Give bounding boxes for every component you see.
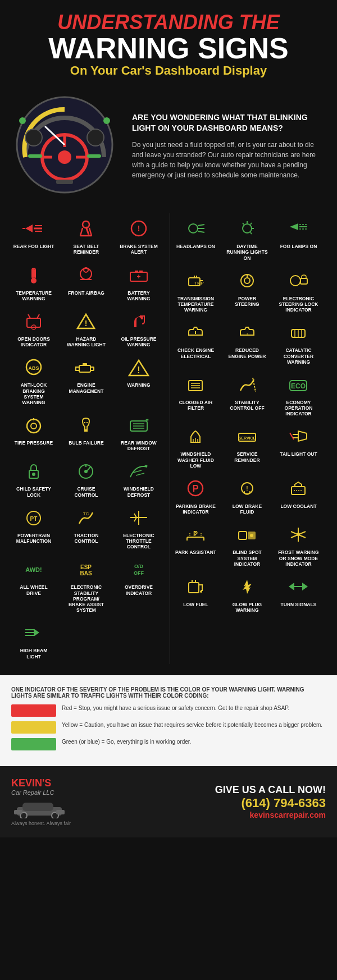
sign-item: !TIRE PRESSURE (11, 410, 56, 454)
sign-icon (125, 309, 153, 334)
legend-items: Red = Stop, you might have a serious iss… (11, 704, 326, 750)
sign-label: TURN SIGNALS (281, 602, 317, 607)
sign-icon: ! (233, 320, 261, 345)
sign-item: BLIND SPOT SYSTEM INDICATOR (225, 519, 270, 570)
sign-icon: ESPBAS (72, 557, 100, 582)
svg-text:!: ! (33, 419, 34, 422)
sign-icon (72, 413, 100, 438)
sign-icon (284, 320, 312, 345)
sign-label: PARK ASSISTANT (175, 549, 216, 555)
sign-icon (181, 216, 210, 241)
legend-intro: ONE INDICATOR OF THE SEVERITY OF THE PRO… (11, 686, 326, 699)
sign-label: CHECK ENGINE ELECTRICAL (174, 347, 217, 359)
svg-rect-7 (87, 154, 101, 158)
sign-label: BATTERY WARNING (117, 290, 160, 301)
sign-icon (181, 320, 210, 345)
sign-item: ECOECONOMY OPERATION INDICATOR (276, 369, 321, 420)
sign-item: DAYTIME RUNNING LIGHTS ON (225, 213, 270, 264)
sign-item: WINDSHIELD DEFROST (116, 456, 161, 500)
footer-cta: GIVE US A CALL NOW! (215, 784, 326, 796)
legend-text: Yellow = Caution, you have an issue that… (62, 721, 322, 729)
sign-label: CATALYTIC CONVERTER WARNING (277, 347, 320, 365)
sign-label: ALL WHEEL DRIVE (12, 584, 55, 596)
sign-icon: ! (125, 355, 153, 380)
sign-row: HIGH BEAM LIGHT (11, 617, 167, 662)
sign-label: STABILITY CONTROL OFF (226, 400, 268, 411)
sign-item: TMPTRANSMISSION TEMPERATURE WARNING (173, 265, 218, 316)
sign-item: SERVICESERVICE REMINDER (225, 421, 270, 471)
svg-text:BAS: BAS (80, 570, 92, 576)
sign-row: HEADLAMPS ONDAYTIME RUNNING LIGHTS ONFOG… (173, 213, 326, 264)
brand-subtitle: Car Repair LLC (11, 789, 71, 796)
header-line3: On Your Car's Dashboard Display (6, 63, 331, 79)
sign-item: CRUISE CONTROL (63, 456, 108, 500)
sign-label: LOW BRAKE FLUID (226, 503, 268, 515)
svg-text:PT: PT (30, 516, 38, 522)
svg-point-147 (200, 590, 202, 593)
signs-wrapper: REAR FOG LIGHTSEAT BELT REMINDER!BRAKE S… (6, 210, 331, 667)
sign-row: AWD!ALL WHEEL DRIVEESPBASELECTRONIC STAB… (11, 554, 167, 616)
sign-icon (181, 574, 210, 599)
svg-marker-150 (302, 583, 308, 590)
sign-label: REDUCED ENGINE POWER (226, 347, 268, 359)
sign-label: TRANSMISSION TEMPERATURE WARNING (174, 296, 217, 313)
sign-icon: ABS (20, 355, 48, 380)
sign-icon: + (125, 263, 153, 288)
sign-item: !LOW BRAKE FLUID (225, 473, 270, 518)
sign-icon (284, 424, 312, 449)
sign-item: AWD!ALL WHEEL DRIVE (11, 554, 56, 616)
sign-label: ELECTRONIC STEERING LOCK INDICATOR (277, 296, 320, 313)
sign-icon (284, 574, 312, 599)
svg-point-28 (80, 268, 92, 280)
sign-label: SEAT BELT REMINDER (65, 244, 107, 255)
svg-text:!: ! (137, 365, 140, 375)
svg-line-84 (198, 231, 204, 232)
svg-point-139 (250, 534, 253, 537)
svg-rect-144 (189, 583, 199, 593)
svg-point-26 (31, 278, 37, 283)
sign-row: TEMPERATURE WARNINGFRONT AIRBAG+BATTERY … (11, 260, 167, 304)
brand-name-text: KEVIN'S (11, 777, 51, 789)
sign-row: CLOGGED AIR FILTERSTABILITY CONTROL OFFE… (173, 369, 326, 420)
legend-item: Yellow = Caution, you have an issue that… (11, 721, 326, 734)
header-line2: WARNING SIGNS (6, 34, 331, 63)
sign-icon (284, 268, 312, 294)
sign-label: ANTI-LOCK BRAKING SYSTEM WARNING (12, 382, 55, 405)
svg-rect-11 (56, 180, 73, 184)
sign-label: HIGH BEAM LIGHT (12, 648, 55, 659)
sign-icon: TC (72, 505, 100, 530)
sign-label: POWERTRAIN MALFUNCTION (12, 533, 55, 544)
sign-item: PTPOWERTRAIN MALFUNCTION (11, 502, 56, 553)
sign-item: LOW FUEL (173, 571, 218, 616)
svg-text:!: ! (246, 486, 248, 492)
sign-icon (20, 216, 48, 241)
sign-icon: P (181, 522, 210, 547)
sign-item: ELECTRONIC THROTTLE CONTROL (116, 502, 161, 553)
svg-point-103 (290, 276, 300, 286)
sign-label: BRAKE SYSTEM ALERT (117, 244, 160, 255)
sign-label: TRACTION CONTROL (65, 533, 107, 544)
sign-item: STABILITY CONTROL OFF (225, 369, 270, 420)
svg-rect-156 (14, 810, 22, 814)
sign-icon: SERVICE (233, 424, 261, 449)
sign-icon (233, 574, 261, 599)
svg-text:TMP: TMP (194, 281, 204, 286)
sign-item: !BRAKE SYSTEM ALERT (116, 213, 161, 258)
sign-label: LOW COOLANT (280, 503, 316, 509)
footer-logo: KEVIN'S Car Repair LLC Always honest. Al… (11, 777, 71, 826)
sign-item: BULB FAILURE (63, 410, 108, 454)
svg-point-12 (19, 117, 26, 124)
sign-item: FRONT AIRBAG (63, 260, 108, 304)
sign-icon: P (181, 476, 210, 501)
svg-rect-137 (239, 532, 247, 539)
sign-label: FRONT AIRBAG (68, 290, 104, 296)
sign-label: ENGINE MANAGEMENT (65, 382, 107, 393)
legend-item: Red = Stop, you might have a serious iss… (11, 704, 326, 717)
svg-marker-148 (289, 583, 294, 590)
sign-label: TAIL LIGHT OUT (280, 451, 317, 457)
brand-name: KEVIN'S (11, 777, 71, 789)
intro-section: ARE YOU WONDERING WHAT THAT BLINKING LIG… (0, 84, 337, 208)
svg-rect-44 (83, 363, 87, 366)
sign-item: SEAT BELT REMINDER (63, 213, 108, 258)
svg-point-81 (189, 224, 198, 233)
